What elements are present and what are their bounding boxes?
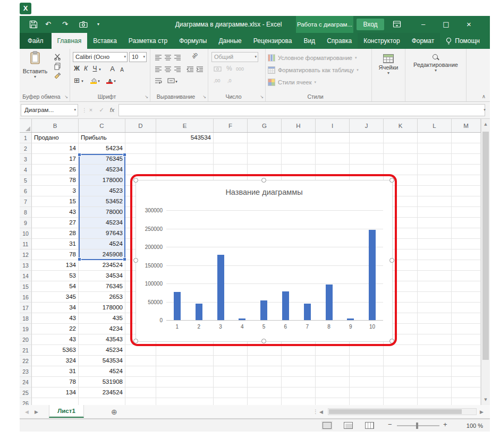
cell-F3[interactable] (214, 154, 248, 165)
hscroll-right-icon[interactable]: ▶ (480, 405, 484, 419)
sign-in-button[interactable]: Вход (357, 19, 384, 30)
row-header-13[interactable]: 13 (20, 260, 32, 271)
conditional-formatting-button[interactable]: Условное форматирование ▾ (268, 52, 369, 63)
format-as-table-button[interactable]: Форматировать как таблицу ▾ (268, 64, 369, 75)
cell-C23[interactable]: 4524 (79, 366, 125, 377)
font-color-dropdown-icon[interactable]: ▾ (113, 77, 117, 86)
name-box[interactable]: Диаграм... ▾ (21, 104, 78, 116)
normal-view-button[interactable] (323, 422, 332, 429)
row-header-10[interactable]: 10 (20, 228, 32, 239)
cell-E22[interactable] (156, 356, 214, 366)
cell-C15[interactable]: 76345 (79, 281, 125, 292)
cell-G26[interactable] (248, 398, 282, 405)
prev-sheet-icon[interactable]: ◀ (25, 405, 29, 419)
cell-B18[interactable]: 43 (32, 313, 79, 324)
cell-M21[interactable] (452, 345, 481, 356)
row-header-19[interactable]: 19 (20, 324, 32, 334)
bold-button[interactable]: Ж (73, 64, 81, 73)
cell-I24[interactable] (316, 377, 350, 387)
formula-enter-button[interactable]: ✓ (96, 104, 107, 116)
cell-L10[interactable] (418, 228, 452, 239)
cell-I25[interactable] (316, 387, 350, 398)
share-button[interactable]: Поделиться (485, 33, 500, 49)
row-header-18[interactable]: 18 (20, 313, 32, 324)
cell-L21[interactable] (418, 345, 452, 356)
hscroll-left-icon[interactable]: ◀ (319, 405, 323, 419)
cell-J3[interactable] (350, 154, 384, 165)
ribbon-tab-home[interactable]: Главная (52, 33, 88, 49)
cell-C7[interactable]: 53452 (79, 196, 125, 207)
row-header-1[interactable]: 1 (20, 133, 32, 143)
chart-bar[interactable] (239, 318, 245, 320)
merge-dropdown-icon[interactable]: ▾ (174, 77, 179, 87)
cell-L6[interactable] (418, 186, 452, 196)
wrap-text-button[interactable] (154, 76, 163, 85)
cell-J2[interactable] (350, 143, 384, 154)
row-header-15[interactable]: 15 (20, 281, 32, 292)
ribbon-tab-view[interactable]: Вид (298, 33, 321, 49)
cell-K23[interactable] (384, 366, 418, 377)
cell-L16[interactable] (418, 292, 452, 303)
cell-H1[interactable] (282, 133, 316, 143)
cell-B11[interactable]: 31 (32, 239, 79, 249)
cell-B15[interactable]: 54 (32, 281, 79, 292)
cell-M17[interactable] (452, 303, 481, 313)
cell-H3[interactable] (282, 154, 316, 165)
row-header-25[interactable]: 25 (20, 387, 32, 398)
zoom-out-button[interactable]: − (388, 420, 392, 428)
shrink-font-button[interactable]: А (118, 65, 126, 74)
cell-C16[interactable]: 2653 (79, 292, 125, 303)
cell-I4[interactable] (316, 165, 350, 175)
font-name-combo[interactable]: Calibri (Осно ▾ (73, 52, 128, 62)
cell-F22[interactable] (214, 356, 248, 366)
row-header-20[interactable]: 20 (20, 334, 32, 345)
cell-I22[interactable] (316, 356, 350, 366)
scroll-down-icon[interactable]: ▼ (481, 394, 490, 405)
fill-color-dropdown-icon[interactable]: ▾ (97, 77, 101, 86)
cell-M24[interactable] (452, 377, 481, 387)
cell-C13[interactable]: 234524 (79, 260, 125, 271)
cut-button[interactable] (53, 53, 62, 62)
sheet-tab-list1[interactable]: Лист1 (49, 405, 84, 418)
insert-function-button[interactable]: fx (107, 104, 117, 116)
cell-E2[interactable] (156, 143, 214, 154)
cell-B13[interactable]: 134 (32, 260, 79, 271)
cell-C1[interactable]: Прибыль (79, 133, 125, 143)
cell-D22[interactable] (125, 356, 156, 366)
decrease-decimal-button[interactable]: ,0 (227, 76, 232, 85)
column-header-H[interactable]: H (282, 119, 316, 132)
cell-M6[interactable] (452, 186, 481, 196)
borders-button[interactable]: ⊞ (73, 76, 81, 85)
cell-G1[interactable] (248, 133, 282, 143)
cell-M19[interactable] (452, 324, 481, 334)
cell-E26[interactable] (156, 398, 214, 405)
cell-K2[interactable] (384, 143, 418, 154)
cell-D2[interactable] (125, 143, 156, 154)
cell-E24[interactable] (156, 377, 214, 387)
cell-G4[interactable] (248, 165, 282, 175)
decrease-indent-button[interactable] (185, 65, 195, 73)
embedded-chart[interactable]: Название диаграммы 050000100000150000200… (135, 180, 393, 342)
cell-K25[interactable] (384, 387, 418, 398)
cell-M5[interactable] (452, 175, 481, 186)
cell-C5[interactable]: 178000 (79, 175, 125, 186)
cell-M20[interactable] (452, 334, 481, 345)
cell-H26[interactable] (282, 398, 316, 405)
cell-L23[interactable] (418, 366, 452, 377)
close-button[interactable]: × (457, 16, 480, 33)
cell-L22[interactable] (418, 356, 452, 366)
cell-F2[interactable] (214, 143, 248, 154)
format-painter-button[interactable] (53, 72, 62, 81)
cell-B2[interactable]: 14 (32, 143, 79, 154)
cell-L20[interactable] (418, 334, 452, 345)
cell-L9[interactable] (418, 218, 452, 228)
column-header-L[interactable]: L (418, 119, 452, 132)
cell-K1[interactable] (384, 133, 418, 143)
cell-I1[interactable] (316, 133, 350, 143)
cell-I21[interactable] (316, 345, 350, 356)
cell-F24[interactable] (214, 377, 248, 387)
cell-E25[interactable] (156, 387, 214, 398)
cell-G22[interactable] (248, 356, 282, 366)
chart-bar[interactable] (369, 230, 376, 320)
cell-B1[interactable]: Продано (32, 133, 79, 143)
